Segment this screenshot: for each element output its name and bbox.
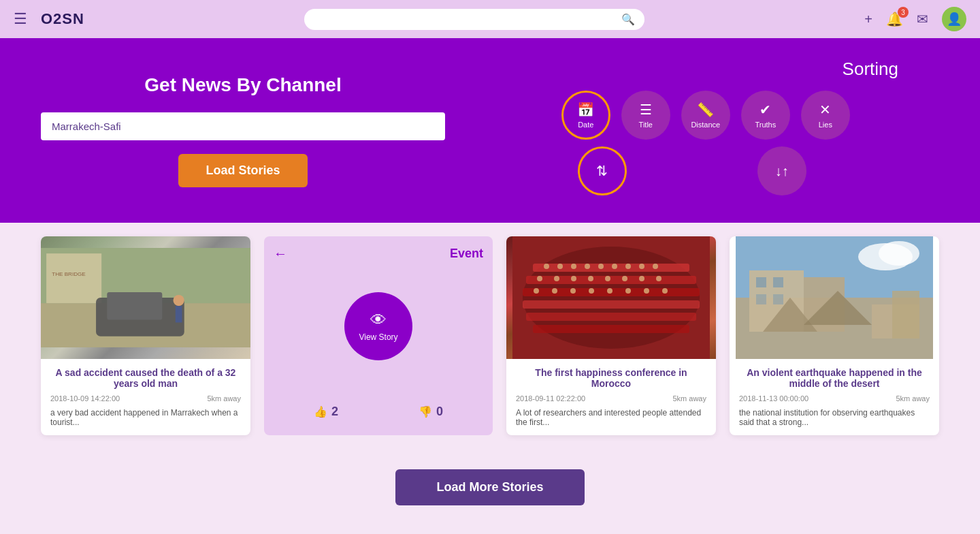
search-input[interactable] xyxy=(314,14,616,25)
svg-rect-56 xyxy=(773,294,783,304)
card-date-4: 2018-11-13 00:00:00 xyxy=(739,394,808,403)
card-body-3: The first happiness conference in Morocc… xyxy=(506,359,716,435)
event-back-button[interactable]: ← xyxy=(274,246,287,262)
thumbs-down-icon: 👎 xyxy=(419,405,432,418)
sort-title-label: Title xyxy=(639,121,653,129)
thumbs-up-icon: 👍 xyxy=(314,405,327,418)
sort-order-asc-button[interactable]: ⇅ xyxy=(578,146,627,195)
header-right: + 🔔 3 ✉ 👤 xyxy=(864,7,966,31)
avatar[interactable]: 👤 xyxy=(942,7,966,31)
svg-point-17 xyxy=(544,264,549,269)
sorting-order-row: ⇅ ↓↑ xyxy=(472,146,939,195)
hamburger-icon[interactable]: ☰ xyxy=(14,10,27,28)
svg-rect-11 xyxy=(533,264,689,272)
sort-asc-icon: ⇅ xyxy=(596,163,608,179)
sort-date-button[interactable]: 📅 Date xyxy=(561,91,610,140)
card-desc-3: A lot of researchers and interested peop… xyxy=(516,408,706,427)
svg-point-41 xyxy=(662,288,668,294)
mail-icon[interactable]: ✉ xyxy=(917,11,928,27)
svg-point-28 xyxy=(571,276,576,281)
svg-point-39 xyxy=(625,288,631,294)
dislike-count: 0 xyxy=(436,405,443,419)
hero-title: Get News By Channel xyxy=(41,74,445,96)
card-distance-4: 5km away xyxy=(896,394,930,403)
eye-icon: 👁 xyxy=(370,311,387,330)
calendar-icon: 📅 xyxy=(577,101,594,118)
svg-rect-12 xyxy=(526,276,696,284)
car-scene-svg: THE BRIDGE xyxy=(41,236,250,359)
svg-point-34 xyxy=(534,288,539,294)
card-date-1: 2018-10-09 14:22:00 xyxy=(50,394,120,403)
event-card: ← Event 👁 View Story 👍 2 👎 0 xyxy=(264,236,493,435)
svg-point-27 xyxy=(554,276,559,281)
load-more-button[interactable]: Load More Stories xyxy=(395,469,584,505)
card-body-4: An violent earthquake happened in the mi… xyxy=(730,359,939,435)
svg-point-22 xyxy=(612,264,617,269)
header: ☰ O2SN 🔍 + 🔔 3 ✉ 👤 xyxy=(0,0,980,38)
story-card-3[interactable]: The first happiness conference in Morocc… xyxy=(506,236,716,435)
card-distance-1: 5km away xyxy=(207,394,241,403)
svg-rect-14 xyxy=(523,300,700,309)
sorting-title: Sorting xyxy=(472,59,898,80)
card-image-4 xyxy=(730,236,939,359)
card-meta-1: 2018-10-09 14:22:00 5km away xyxy=(50,394,241,403)
svg-point-37 xyxy=(589,288,594,294)
card-desc-1: a very bad accident happened in Marrakec… xyxy=(50,408,241,427)
svg-rect-6 xyxy=(107,292,162,320)
story-card-1[interactable]: THE BRIDGE A sad accident caused the dea… xyxy=(41,236,250,435)
conference-scene-svg xyxy=(506,236,716,359)
sort-lies-button[interactable]: ✕ Lies xyxy=(801,91,850,140)
search-icon: 🔍 xyxy=(621,13,635,26)
logo: O2SN xyxy=(41,10,84,28)
earthquake-scene-svg xyxy=(730,236,939,359)
notification-badge: 3 xyxy=(898,7,909,18)
svg-point-32 xyxy=(639,276,644,281)
svg-point-40 xyxy=(644,288,649,294)
sort-order-desc-button[interactable]: ↓↑ xyxy=(757,146,806,195)
like-button[interactable]: 👍 2 xyxy=(314,405,338,419)
svg-rect-53 xyxy=(756,277,766,287)
svg-point-19 xyxy=(571,264,576,269)
sort-title-button[interactable]: ☰ Title xyxy=(621,91,670,140)
dislike-button[interactable]: 👎 0 xyxy=(419,405,443,419)
svg-rect-3 xyxy=(46,253,101,303)
cards-section: THE BRIDGE A sad accident caused the dea… xyxy=(0,223,980,456)
card-title-1: A sad accident caused the death of a 32 … xyxy=(50,367,241,389)
svg-point-20 xyxy=(585,264,590,269)
view-story-circle: 👁 View Story xyxy=(344,292,412,360)
card-image-3 xyxy=(506,236,716,359)
search-bar: 🔍 xyxy=(304,9,644,30)
card-title-3: The first happiness conference in Morocc… xyxy=(516,367,706,389)
story-card-4[interactable]: An violent earthquake happened in the mi… xyxy=(730,236,939,435)
svg-rect-8 xyxy=(176,306,182,322)
card-distance-3: 5km away xyxy=(672,394,706,403)
cards-row: THE BRIDGE A sad accident caused the dea… xyxy=(41,236,939,435)
sort-date-label: Date xyxy=(578,121,593,129)
svg-point-23 xyxy=(625,264,631,269)
sort-truths-button[interactable]: ✔ Truths xyxy=(741,91,790,140)
svg-rect-16 xyxy=(533,325,689,333)
load-more-section: Load More Stories xyxy=(0,456,980,526)
svg-rect-52 xyxy=(892,291,919,339)
card-title-4: An violent earthquake happened in the mi… xyxy=(739,367,930,389)
sort-truths-label: Truths xyxy=(755,121,776,129)
sort-distance-button[interactable]: 📏 Distance xyxy=(681,91,730,140)
add-icon[interactable]: + xyxy=(864,12,872,27)
svg-point-36 xyxy=(570,288,576,294)
svg-point-25 xyxy=(653,264,658,269)
sort-desc-icon: ↓↑ xyxy=(775,163,789,179)
card-desc-4: the national institution for observing e… xyxy=(739,408,930,427)
svg-point-45 xyxy=(879,241,919,266)
view-story-button[interactable]: 👁 View Story xyxy=(274,268,483,398)
svg-point-24 xyxy=(639,264,644,269)
channel-input[interactable] xyxy=(41,112,445,140)
card-date-3: 2018-09-11 02:22:00 xyxy=(516,394,585,403)
truths-icon: ✔ xyxy=(760,101,771,118)
view-story-label: View Story xyxy=(359,332,397,342)
notification-icon[interactable]: 🔔 3 xyxy=(886,11,903,27)
distance-icon: 📏 xyxy=(697,101,714,118)
svg-point-33 xyxy=(656,276,662,281)
svg-point-10 xyxy=(523,247,700,349)
load-stories-button[interactable]: Load Stories xyxy=(178,154,307,187)
card-meta-3: 2018-09-11 02:22:00 5km away xyxy=(516,394,706,403)
